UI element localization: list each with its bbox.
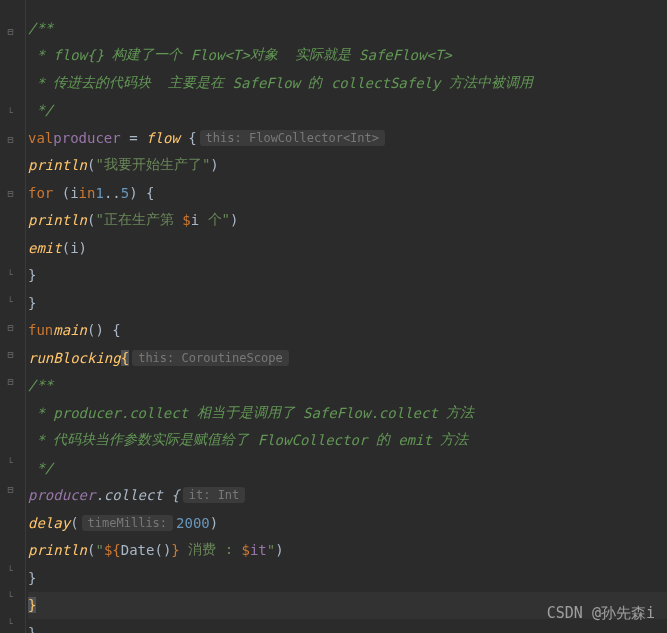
code-line: }	[28, 564, 667, 592]
code-editor[interactable]: /** * flow{} 构建了一个 Flow<T>对象 实际就是 SafeFl…	[0, 0, 667, 633]
code-line: }	[28, 289, 667, 317]
fold-end-icon	[8, 587, 18, 597]
code-area[interactable]: /** * flow{} 构建了一个 Flow<T>对象 实际就是 SafeFl…	[26, 0, 667, 633]
code-line: println("我要开始生产了")	[28, 152, 667, 180]
code-line: fun main() {	[28, 317, 667, 345]
code-line: */	[28, 97, 667, 125]
code-line: runBlocking { this: CoroutineScope	[28, 344, 667, 372]
code-line: }	[28, 262, 667, 290]
fold-end-icon	[8, 614, 18, 624]
code-line: delay( timeMillis: 2000)	[28, 509, 667, 537]
gutter	[0, 0, 26, 633]
code-line: * flow{} 构建了一个 Flow<T>对象 实际就是 SafeFlow<T…	[28, 42, 667, 70]
fold-icon[interactable]	[8, 345, 18, 355]
fold-end-icon	[8, 561, 18, 571]
fold-icon[interactable]	[8, 318, 18, 328]
inlay-hint: this: CoroutineScope	[132, 350, 289, 366]
inlay-hint: timeMillis:	[82, 515, 173, 531]
watermark: CSDN @孙先森i	[547, 604, 655, 623]
fold-end-icon	[8, 103, 18, 113]
code-line: emit(i)	[28, 234, 667, 262]
code-line: */	[28, 454, 667, 482]
code-line: * 代码块当作参数实际是赋值给了 FlowCollector 的 emit 方法	[28, 427, 667, 455]
fold-end-icon	[8, 265, 18, 275]
fold-icon[interactable]	[8, 22, 18, 32]
fold-icon[interactable]	[8, 372, 18, 382]
code-line: println("${Date()} 消费 : $it")	[28, 537, 667, 565]
inlay-hint: it: Int	[183, 487, 246, 503]
code-line: /**	[28, 372, 667, 400]
fold-icon[interactable]	[8, 184, 18, 194]
inlay-hint: this: FlowCollector<Int>	[200, 130, 385, 146]
code-line: println("正在生产第 $i 个")	[28, 207, 667, 235]
fold-end-icon	[8, 453, 18, 463]
code-line: * 传进去的代码块 主要是在 SafeFlow 的 collectSafely …	[28, 69, 667, 97]
fold-icon[interactable]	[8, 130, 18, 140]
code-line: /**	[28, 14, 667, 42]
code-line: val producer = flow { this: FlowCollecto…	[28, 124, 667, 152]
fold-icon[interactable]	[8, 480, 18, 490]
code-line: for (i in 1..5) {	[28, 179, 667, 207]
fold-end-icon	[8, 292, 18, 302]
code-line: * producer.collect 相当于是调用了 SafeFlow.coll…	[28, 399, 667, 427]
code-line: producer.collect { it: Int	[28, 482, 667, 510]
